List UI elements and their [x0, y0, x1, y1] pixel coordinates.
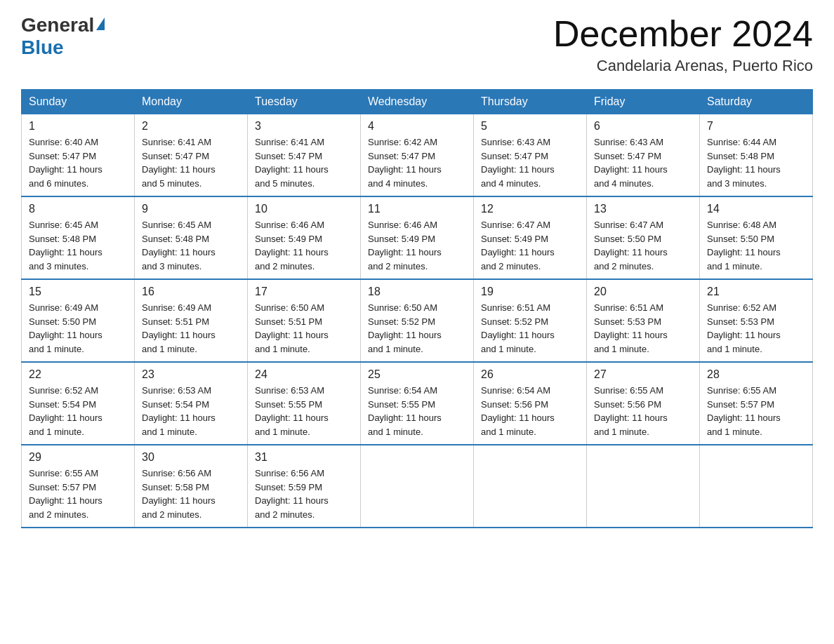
calendar-cell: 7 Sunrise: 6:44 AM Sunset: 5:48 PM Dayli…	[700, 114, 813, 197]
calendar-cell: 13 Sunrise: 6:47 AM Sunset: 5:50 PM Dayl…	[587, 196, 700, 279]
day-number: 7	[707, 120, 805, 133]
day-info: Sunrise: 6:52 AM Sunset: 5:53 PM Dayligh…	[707, 301, 805, 356]
day-info: Sunrise: 6:43 AM Sunset: 5:47 PM Dayligh…	[481, 135, 579, 190]
calendar-cell: 31 Sunrise: 6:56 AM Sunset: 5:59 PM Dayl…	[248, 445, 361, 528]
calendar-cell: 25 Sunrise: 6:54 AM Sunset: 5:55 PM Dayl…	[361, 362, 474, 445]
header-saturday: Saturday	[700, 90, 813, 114]
calendar-cell: 15 Sunrise: 6:49 AM Sunset: 5:50 PM Dayl…	[22, 279, 135, 362]
calendar-cell: 5 Sunrise: 6:43 AM Sunset: 5:47 PM Dayli…	[474, 114, 587, 197]
calendar-cell: 4 Sunrise: 6:42 AM Sunset: 5:47 PM Dayli…	[361, 114, 474, 197]
day-info: Sunrise: 6:41 AM Sunset: 5:47 PM Dayligh…	[142, 135, 240, 190]
day-info: Sunrise: 6:53 AM Sunset: 5:55 PM Dayligh…	[255, 384, 353, 438]
day-number: 29	[29, 451, 127, 464]
calendar-cell: 1 Sunrise: 6:40 AM Sunset: 5:47 PM Dayli…	[22, 114, 135, 197]
logo-blue-text: Blue	[21, 36, 64, 59]
calendar-cell: 30 Sunrise: 6:56 AM Sunset: 5:58 PM Dayl…	[135, 445, 248, 528]
calendar-cell: 14 Sunrise: 6:48 AM Sunset: 5:50 PM Dayl…	[700, 196, 813, 279]
day-number: 5	[481, 120, 579, 133]
day-number: 20	[594, 286, 692, 298]
day-number: 21	[707, 286, 805, 298]
day-info: Sunrise: 6:40 AM Sunset: 5:47 PM Dayligh…	[29, 135, 127, 190]
calendar-cell: 27 Sunrise: 6:55 AM Sunset: 5:56 PM Dayl…	[587, 362, 700, 445]
calendar-cell: 11 Sunrise: 6:46 AM Sunset: 5:49 PM Dayl…	[361, 196, 474, 279]
day-number: 2	[142, 120, 240, 133]
day-info: Sunrise: 6:47 AM Sunset: 5:49 PM Dayligh…	[481, 218, 579, 273]
day-info: Sunrise: 6:52 AM Sunset: 5:54 PM Dayligh…	[29, 384, 127, 438]
day-number: 30	[142, 451, 240, 464]
calendar-cell	[361, 445, 474, 528]
day-number: 9	[142, 203, 240, 215]
weekday-header-row: Sunday Monday Tuesday Wednesday Thursday…	[22, 90, 813, 114]
calendar-cell: 8 Sunrise: 6:45 AM Sunset: 5:48 PM Dayli…	[22, 196, 135, 279]
day-info: Sunrise: 6:44 AM Sunset: 5:48 PM Dayligh…	[707, 135, 805, 190]
day-info: Sunrise: 6:45 AM Sunset: 5:48 PM Dayligh…	[29, 218, 127, 273]
day-info: Sunrise: 6:55 AM Sunset: 5:57 PM Dayligh…	[29, 467, 127, 521]
calendar-cell: 29 Sunrise: 6:55 AM Sunset: 5:57 PM Dayl…	[22, 445, 135, 528]
day-info: Sunrise: 6:48 AM Sunset: 5:50 PM Dayligh…	[707, 218, 805, 273]
calendar-cell: 16 Sunrise: 6:49 AM Sunset: 5:51 PM Dayl…	[135, 279, 248, 362]
day-number: 23	[142, 368, 240, 381]
day-number: 8	[29, 203, 127, 215]
logo: General Blue	[21, 14, 105, 59]
calendar-cell	[474, 445, 587, 528]
day-info: Sunrise: 6:46 AM Sunset: 5:49 PM Dayligh…	[255, 218, 353, 273]
location-title: Candelaria Arenas, Puerto Rico	[553, 57, 813, 75]
day-info: Sunrise: 6:55 AM Sunset: 5:56 PM Dayligh…	[594, 384, 692, 438]
day-number: 10	[255, 203, 353, 215]
calendar-cell: 12 Sunrise: 6:47 AM Sunset: 5:49 PM Dayl…	[474, 196, 587, 279]
calendar-cell: 28 Sunrise: 6:55 AM Sunset: 5:57 PM Dayl…	[700, 362, 813, 445]
calendar-cell: 3 Sunrise: 6:41 AM Sunset: 5:47 PM Dayli…	[248, 114, 361, 197]
day-number: 22	[29, 368, 127, 381]
day-info: Sunrise: 6:54 AM Sunset: 5:56 PM Dayligh…	[481, 384, 579, 438]
day-number: 28	[707, 368, 805, 381]
day-info: Sunrise: 6:51 AM Sunset: 5:52 PM Dayligh…	[481, 301, 579, 356]
day-info: Sunrise: 6:51 AM Sunset: 5:53 PM Dayligh…	[594, 301, 692, 356]
day-info: Sunrise: 6:46 AM Sunset: 5:49 PM Dayligh…	[368, 218, 466, 273]
day-number: 17	[255, 286, 353, 298]
day-number: 25	[368, 368, 466, 381]
day-number: 3	[255, 120, 353, 133]
day-info: Sunrise: 6:47 AM Sunset: 5:50 PM Dayligh…	[594, 218, 692, 273]
header-monday: Monday	[135, 90, 248, 114]
calendar-cell: 23 Sunrise: 6:53 AM Sunset: 5:54 PM Dayl…	[135, 362, 248, 445]
day-number: 18	[368, 286, 466, 298]
day-info: Sunrise: 6:50 AM Sunset: 5:51 PM Dayligh…	[255, 301, 353, 356]
header-sunday: Sunday	[22, 90, 135, 114]
calendar-cell	[700, 445, 813, 528]
day-info: Sunrise: 6:42 AM Sunset: 5:47 PM Dayligh…	[368, 135, 466, 190]
calendar-cell: 6 Sunrise: 6:43 AM Sunset: 5:47 PM Dayli…	[587, 114, 700, 197]
calendar-cell: 21 Sunrise: 6:52 AM Sunset: 5:53 PM Dayl…	[700, 279, 813, 362]
day-number: 12	[481, 203, 579, 215]
day-number: 1	[29, 120, 127, 133]
calendar-cell: 2 Sunrise: 6:41 AM Sunset: 5:47 PM Dayli…	[135, 114, 248, 197]
logo-icon	[94, 18, 105, 32]
day-number: 19	[481, 286, 579, 298]
day-info: Sunrise: 6:45 AM Sunset: 5:48 PM Dayligh…	[142, 218, 240, 273]
day-number: 16	[142, 286, 240, 298]
day-number: 6	[594, 120, 692, 133]
week-row-4: 22 Sunrise: 6:52 AM Sunset: 5:54 PM Dayl…	[22, 362, 813, 445]
day-number: 4	[368, 120, 466, 133]
page-header: General Blue December 2024 Candelaria Ar…	[21, 14, 813, 75]
day-number: 31	[255, 451, 353, 464]
header-tuesday: Tuesday	[248, 90, 361, 114]
calendar-cell	[587, 445, 700, 528]
calendar-cell: 22 Sunrise: 6:52 AM Sunset: 5:54 PM Dayl…	[22, 362, 135, 445]
day-info: Sunrise: 6:55 AM Sunset: 5:57 PM Dayligh…	[707, 384, 805, 438]
logo-general-text: General	[21, 14, 94, 36]
day-number: 26	[481, 368, 579, 381]
day-number: 14	[707, 203, 805, 215]
week-row-5: 29 Sunrise: 6:55 AM Sunset: 5:57 PM Dayl…	[22, 445, 813, 528]
day-info: Sunrise: 6:53 AM Sunset: 5:54 PM Dayligh…	[142, 384, 240, 438]
logo-arrow-icon	[96, 18, 105, 30]
calendar-cell: 10 Sunrise: 6:46 AM Sunset: 5:49 PM Dayl…	[248, 196, 361, 279]
day-info: Sunrise: 6:43 AM Sunset: 5:47 PM Dayligh…	[594, 135, 692, 190]
calendar-cell: 18 Sunrise: 6:50 AM Sunset: 5:52 PM Dayl…	[361, 279, 474, 362]
calendar-cell: 17 Sunrise: 6:50 AM Sunset: 5:51 PM Dayl…	[248, 279, 361, 362]
day-number: 13	[594, 203, 692, 215]
day-info: Sunrise: 6:49 AM Sunset: 5:50 PM Dayligh…	[29, 301, 127, 356]
day-number: 15	[29, 286, 127, 298]
week-row-1: 1 Sunrise: 6:40 AM Sunset: 5:47 PM Dayli…	[22, 114, 813, 197]
calendar-cell: 24 Sunrise: 6:53 AM Sunset: 5:55 PM Dayl…	[248, 362, 361, 445]
day-info: Sunrise: 6:56 AM Sunset: 5:59 PM Dayligh…	[255, 467, 353, 521]
